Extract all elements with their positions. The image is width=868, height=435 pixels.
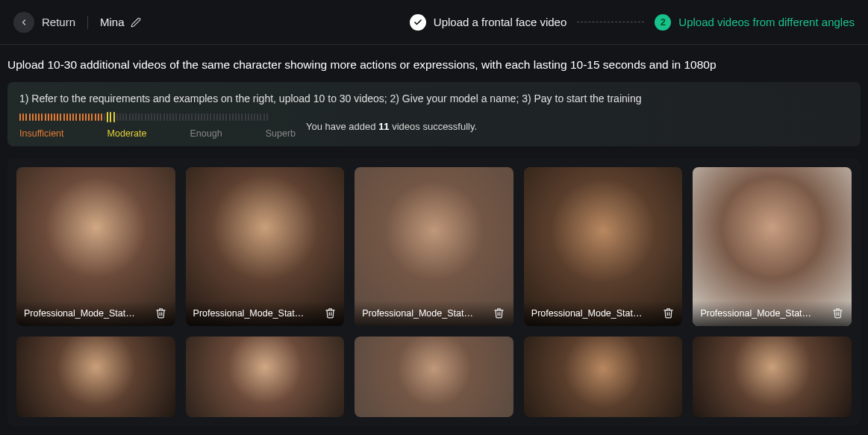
meter-tick [213,113,215,121]
video-card[interactable]: Professional_Mode_Static_C… [693,167,852,326]
delete-button[interactable] [493,307,506,320]
meter-tick [95,113,96,121]
meter-tick [160,113,161,121]
meter-tick [157,113,158,121]
meter-tick [116,113,118,121]
delete-button[interactable] [831,307,844,320]
video-card[interactable] [693,337,852,417]
video-card[interactable] [355,337,513,417]
model-name[interactable]: Mina [100,16,141,28]
trash-icon [155,307,166,319]
trash-icon [325,307,336,319]
meter-tick [182,113,184,121]
model-name-text: Mina [100,16,125,28]
video-card[interactable]: Professional_Mode_Static_C… [16,167,175,326]
step-1-label: Upload a frontal face video [434,16,566,28]
video-card[interactable] [186,337,345,417]
meter-tick [48,113,49,121]
meter-tick [63,113,65,121]
progress-meter: Insufficient Moderate Enough Superb [19,113,296,139]
meter-tick [148,113,149,121]
meter-tick [69,113,71,121]
meter-tick [82,113,84,121]
meter-tick [201,113,202,121]
page-heading: Upload 10-30 additional videos of the sa… [7,58,861,72]
meter-tick [151,113,152,121]
step-1[interactable]: Upload a frontal face video [410,14,566,31]
video-card[interactable]: Professional_Mode_Static_C… [524,167,683,326]
meter-tick [204,113,205,121]
video-card-footer: Professional_Mode_Static_C… [524,301,683,326]
return-label[interactable]: Return [42,16,75,28]
meter-tick [132,113,134,121]
meter-tick [191,113,193,121]
meter-tick [125,113,127,121]
meter-tick [254,113,255,121]
meter-tick [22,113,24,121]
video-grid: Professional_Mode_Static_C…Professional_… [7,158,861,426]
video-thumbnail [16,337,175,417]
meter-tick [119,113,121,121]
added-suffix: videos successfully. [390,121,478,132]
meter-tick [138,113,140,121]
divider [87,16,88,29]
top-bar: Return Mina Upload a frontal face video … [0,0,868,45]
meter-tick [129,113,131,121]
meter-tick [248,113,249,121]
meter-tick [207,113,208,121]
meter-tick [107,112,108,122]
meter-tick [175,113,177,121]
meter-tick [35,113,37,121]
meter-tick [251,113,252,121]
instructions-text: 1) Refer to the requirements and example… [19,93,849,104]
meter-tick [75,113,77,121]
video-thumbnail [355,337,513,417]
video-card[interactable]: Professional_Mode_Static_C… [186,167,345,326]
meter-tick [225,113,227,121]
meter-tick [51,113,52,121]
video-thumbnail [693,337,852,417]
video-name: Professional_Mode_Static_C… [362,308,474,319]
meter-tick [45,113,46,121]
meter-tick [219,113,221,121]
meter-tick [25,113,27,121]
label-superb: Superb [266,128,296,139]
delete-button[interactable] [323,307,337,320]
meter-tick [32,113,34,121]
meter-tick [19,113,21,121]
delete-button[interactable] [154,307,168,320]
instructions-panel: 1) Refer to the requirements and example… [7,82,861,146]
meter-tick [163,113,165,121]
step-2-badge: 2 [655,14,671,31]
meter-tick [57,113,58,121]
meter-tick [154,113,155,121]
meter-tick [195,113,196,121]
meter-tick [172,113,174,121]
step-2-label: Upload videos from different angles [678,16,855,28]
meter-tick [72,113,74,121]
meter-tick [38,113,40,121]
delete-button[interactable] [661,307,675,320]
meter-tick [222,113,224,121]
video-card[interactable] [524,337,683,417]
meter-labels: Insufficient Moderate Enough Superb [19,128,296,139]
edit-icon[interactable] [131,17,141,28]
video-card[interactable]: Professional_Mode_Static_C… [355,167,513,326]
step-2[interactable]: 2 Upload videos from different angles [655,14,855,31]
meter-tick [257,113,258,121]
meter-tick [29,113,31,121]
label-insufficient: Insufficient [19,128,64,139]
meter-tick [145,113,146,121]
video-thumbnail [524,337,683,417]
video-card-footer: Professional_Mode_Static_C… [16,301,175,326]
progress-meter-row: Insufficient Moderate Enough Superb You … [19,113,849,139]
meter-tick [185,113,187,121]
back-button[interactable] [13,12,34,33]
meter-tick [229,113,231,121]
meter-tick [198,113,199,121]
video-card[interactable] [16,337,175,417]
step-indicator: Upload a frontal face video 2 Upload vid… [410,14,855,31]
trash-icon [493,307,505,319]
video-name: Professional_Mode_Static_C… [193,308,305,319]
trash-icon [663,307,674,319]
